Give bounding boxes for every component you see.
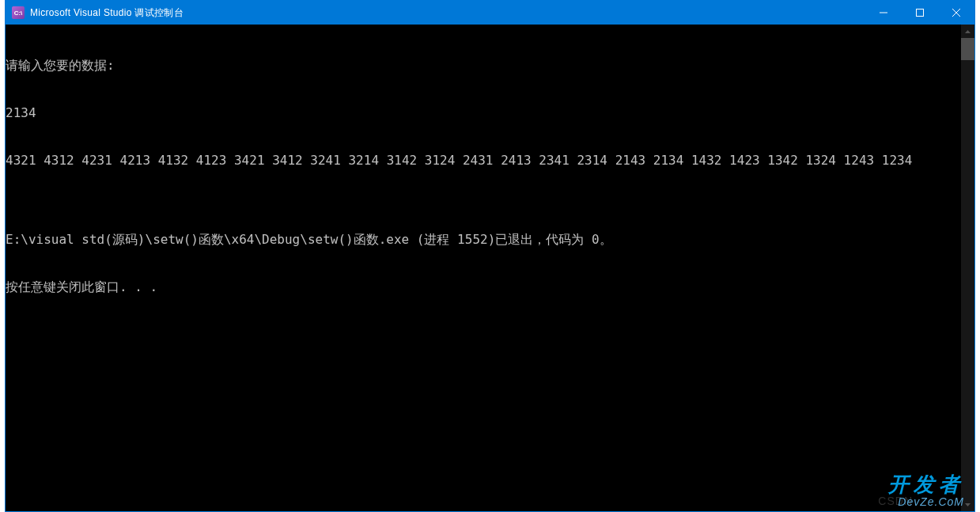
console-line: 请输入您要的数据:: [6, 58, 961, 74]
console-line: 2134: [6, 105, 961, 121]
maximize-button[interactable]: [902, 1, 938, 25]
console-content[interactable]: 请输入您要的数据: 2134 4321 4312 4231 4213 4132 …: [6, 25, 961, 511]
scrollbar: [961, 25, 974, 511]
app-icon-text: C:\: [14, 9, 23, 17]
chevron-down-icon: [965, 503, 971, 506]
svg-marker-4: [965, 30, 971, 33]
app-icon: C:\: [12, 6, 25, 19]
titlebar: C:\ Microsoft Visual Studio 调试控制台: [6, 1, 974, 25]
maximize-icon: [916, 9, 924, 17]
close-button[interactable]: [938, 1, 974, 25]
close-icon: [952, 9, 960, 17]
watermark-csdn: CSDN: [878, 495, 913, 507]
svg-marker-5: [965, 503, 971, 506]
console-line: 按任意键关闭此窗口. . .: [6, 279, 961, 295]
minimize-button[interactable]: [865, 1, 902, 25]
console-window: C:\ Microsoft Visual Studio 调试控制台 请输入您要的…: [5, 0, 975, 512]
chevron-up-icon: [965, 30, 971, 33]
minimize-icon: [880, 9, 887, 17]
console-line: 4321 4312 4231 4213 4132 4123 3421 3412 …: [6, 153, 961, 169]
scroll-track[interactable]: [961, 38, 974, 498]
console-body: 请输入您要的数据: 2134 4321 4312 4231 4213 4132 …: [6, 25, 974, 511]
scroll-up-button[interactable]: [961, 25, 974, 38]
window-controls: [865, 1, 974, 25]
scroll-thumb[interactable]: [961, 38, 974, 60]
window-title: Microsoft Visual Studio 调试控制台: [30, 6, 865, 20]
console-line: E:\visual std(源码)\setw()函数\x64\Debug\set…: [6, 232, 961, 248]
svg-rect-1: [917, 9, 924, 17]
scroll-down-button[interactable]: [961, 498, 974, 511]
